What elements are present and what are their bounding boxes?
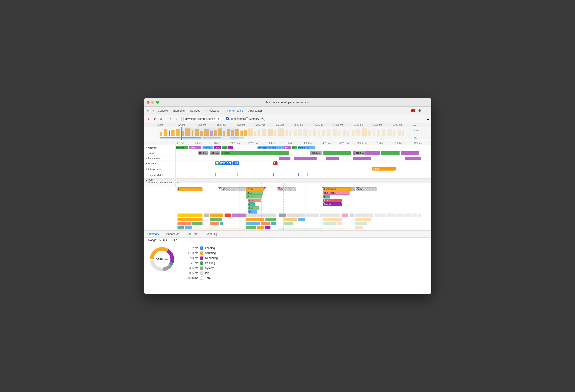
timings-track-content[interactable]: FP FCP DCL LCP L: [176, 161, 431, 166]
settings-button[interactable]: ⚙: [417, 108, 422, 113]
svg-rect-25: [268, 129, 273, 136]
tab-call-tree[interactable]: Call Tree: [183, 231, 201, 237]
reload-button[interactable]: ↻: [152, 116, 158, 122]
toolbar-right-settings[interactable]: ⚙: [426, 117, 430, 121]
total-swatch: [200, 276, 203, 280]
tab-event-log[interactable]: Event Log: [201, 231, 221, 237]
tab-summary[interactable]: Summary: [144, 231, 163, 237]
frames-expand-icon[interactable]: ▶: [146, 152, 147, 154]
close-button[interactable]: [146, 101, 149, 104]
url-dropdown-icon[interactable]: ▼: [218, 118, 220, 120]
animations-label: Animations: [148, 157, 160, 160]
flame-dots2: (...): [248, 206, 259, 210]
maximize-button[interactable]: [156, 101, 159, 104]
tab-application[interactable]: Application: [246, 108, 264, 113]
timing-l: L: [273, 161, 278, 165]
rendering-swatch: [200, 256, 203, 260]
main-thread-area: ▼ Main — https://developer.chrome.com/: [144, 178, 431, 230]
interaction-pointer: Pointer: [372, 167, 395, 171]
range-text: Range: 350 ms – 3.74 s: [144, 238, 431, 243]
net-bar-2d: 2d.s...: [214, 146, 221, 149]
network-track-content[interactable]: Network extras... icon-ba... 2d.s... 60.…: [176, 145, 431, 150]
interactions-track-content[interactable]: Pointer: [176, 166, 431, 172]
svg-rect-103: [355, 218, 371, 221]
screenshots-checkbox-label[interactable]: Screenshots: [226, 117, 245, 121]
frames-green-2: [323, 151, 351, 155]
overview-panel[interactable]: 3 ms 826 ms 1326 ms 1826 ms 2326 ms 2826…: [144, 123, 431, 141]
time-mark-12: 6326 ms: [392, 123, 412, 127]
svg-rect-22: [254, 131, 256, 136]
svg-rect-107: [387, 214, 396, 217]
time-mark-9: 4826 ms: [334, 123, 353, 127]
svg-rect-106: [375, 214, 386, 217]
tab-bottom-up[interactable]: Bottom-Up: [163, 231, 183, 237]
animations-track-content[interactable]: [176, 156, 431, 161]
interact-expand-icon[interactable]: ▼: [146, 168, 147, 170]
overview-svg: CPU NET: [144, 127, 431, 140]
layout-shift-1: [216, 173, 216, 176]
timings-track: ▶ Timings FP FCP DCL LCP L: [144, 161, 431, 166]
legend-painting: 71 ms Painting: [185, 262, 218, 265]
screenshots-label: Screenshots: [230, 117, 245, 121]
timing-lcp: LCP: [233, 161, 239, 165]
time-mark-7: 826 ms: [294, 123, 314, 127]
url-chip: developer.chrome.com #1 ▼: [183, 117, 222, 121]
detail-mark-4: 1226 ms: [248, 142, 266, 144]
loading-value: 62 ms: [185, 246, 198, 250]
capture-settings-button[interactable]: 🔧: [260, 116, 266, 122]
record-button[interactable]: ●: [146, 116, 151, 122]
net-bar-dot: ...: [228, 146, 233, 149]
timings-expand-icon[interactable]: ▶: [146, 162, 147, 164]
flame-row-7: (...): [176, 206, 431, 210]
flame-row-4: (a...) j: [176, 195, 431, 198]
flame-layout: Layout: [323, 202, 342, 206]
detail-mark-2: 826 ms: [212, 142, 230, 144]
tab-elements[interactable]: Elements: [171, 108, 187, 113]
memory-checkbox[interactable]: [245, 117, 248, 120]
svg-rect-47: [377, 130, 380, 136]
frames-track-content[interactable]: 150.3 ms 183.4 ms 216.4 ms 700.5 ms: [176, 150, 431, 155]
bottom-panel: Summary Bottom-Up Call Tree Event Log Ra…: [144, 230, 431, 294]
perf-warn-icon: ⚠: [224, 109, 227, 112]
tab-sources[interactable]: Sources: [188, 108, 202, 113]
legend-idle: 885 ms Idle: [185, 271, 218, 275]
svg-rect-34: [313, 130, 316, 136]
idle-swatch: [200, 271, 203, 275]
total-label: Total: [205, 276, 212, 280]
devtools-window: DevTools - developer.chrome.com/ ⊞ ☐ Con…: [144, 98, 431, 294]
flame-complex-rows: [176, 214, 431, 230]
scripting-swatch: [200, 251, 203, 255]
clear-button[interactable]: ⊘: [158, 116, 164, 122]
frames-track-label: ▶ Frames: [144, 150, 176, 155]
tab-performance[interactable]: ⚠ Performance: [222, 108, 245, 113]
animations-track-label: ▶ Animations: [144, 156, 176, 161]
svg-rect-79: [225, 214, 231, 217]
network-expand-icon[interactable]: ▶: [146, 147, 147, 149]
layout-shifts-content[interactable]: [176, 172, 431, 178]
screenshots-checkbox[interactable]: [226, 117, 229, 120]
svg-rect-75: [210, 214, 223, 217]
anim-expand-icon[interactable]: ▶: [146, 157, 147, 159]
layout-shift-3: [273, 173, 274, 176]
minimize-button[interactable]: [151, 101, 154, 104]
download-button[interactable]: ↓: [174, 116, 180, 122]
flame-dots1: (...): [248, 199, 261, 202]
svg-rect-44: [362, 128, 367, 136]
flame-chart[interactable]: T... Task Task Task T... Task: [144, 183, 431, 230]
svg-rect-24: [262, 129, 266, 136]
painting-value: 71 ms: [185, 262, 198, 265]
tab-console[interactable]: Console: [156, 108, 170, 113]
tab-network[interactable]: ⚠ Network: [203, 108, 221, 113]
svg-rect-114: [323, 228, 351, 230]
upload-button[interactable]: ↑: [168, 116, 173, 122]
main-thread-collapse[interactable]: ▼: [146, 180, 147, 182]
memory-checkbox-label[interactable]: Memory: [245, 117, 259, 121]
flame-c: c: [248, 202, 255, 206]
memory-label: Memory: [249, 117, 259, 121]
svg-rect-37: [327, 129, 331, 136]
animations-track: ▶ Animations: [144, 156, 431, 161]
svg-rect-20: [244, 130, 247, 136]
svg-rect-33: [309, 130, 311, 136]
more-button[interactable]: ⋮: [424, 108, 430, 113]
svg-rect-29: [289, 131, 291, 136]
